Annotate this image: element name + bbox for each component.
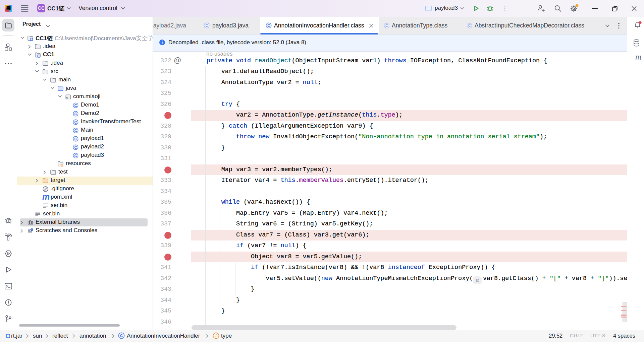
svg-text:C: C: [74, 112, 77, 116]
svg-text:C: C: [385, 24, 388, 27]
svg-text:C: C: [205, 23, 208, 27]
svg-text:C: C: [267, 23, 270, 27]
svg-text:C: C: [74, 120, 77, 124]
svg-text:C: C: [74, 154, 77, 158]
svg-text:C: C: [74, 145, 77, 149]
svg-text:C: C: [468, 24, 471, 27]
svg-text:C: C: [74, 129, 77, 133]
svg-text:C: C: [74, 104, 77, 108]
svg-text:C: C: [74, 137, 77, 141]
svg-text:C: C: [120, 334, 123, 338]
